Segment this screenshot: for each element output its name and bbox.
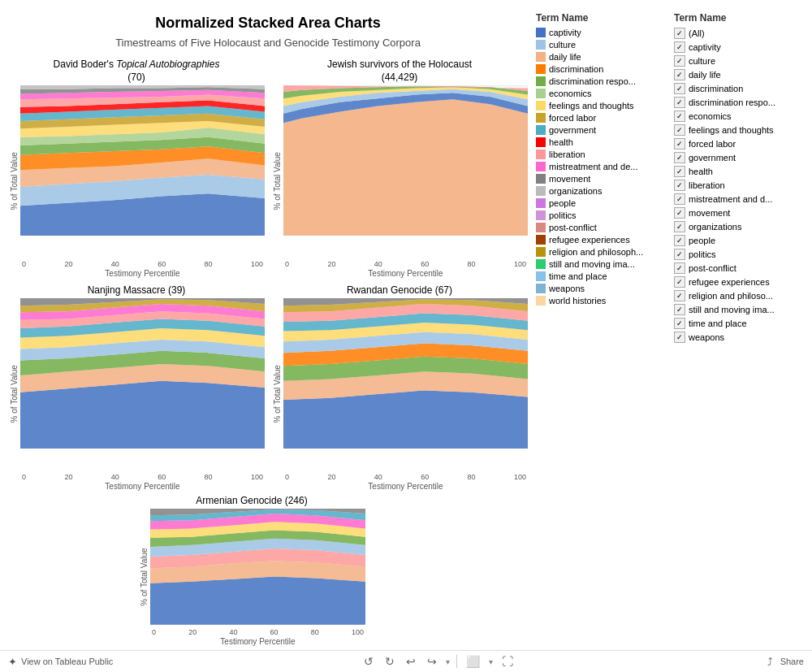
legend-item-politics[interactable]: politics: [536, 210, 670, 220]
chart1-label: David Boder's Topical Autobiographies(70…: [8, 59, 265, 84]
chart4-y-label: % of Total Value: [271, 298, 283, 490]
legend-check-mistreatment[interactable]: ✓ mistreatment and d...: [674, 193, 808, 205]
chart4-x-label: Testimony Percentile: [283, 482, 528, 491]
forward-button[interactable]: ↪: [425, 654, 439, 669]
legend-item-discrimination-respo[interactable]: discrimination respo...: [536, 76, 670, 86]
tableau-icon: ✦: [8, 656, 17, 668]
legend-item-forced-labor[interactable]: forced labor: [536, 113, 670, 123]
legend-check-people[interactable]: ✓ people: [674, 235, 808, 246]
chart-rwandan: Rwandan Genocide (67) % of Total Value: [271, 284, 528, 491]
tableau-label[interactable]: View on Tableau Public: [21, 657, 113, 666]
legend-item-still-moving[interactable]: still and moving ima...: [536, 259, 670, 269]
legend-item-culture[interactable]: culture: [536, 40, 670, 50]
chart5-y-label: % of Total Value: [138, 509, 150, 646]
legend-check-discrimination[interactable]: ✓ discrimination: [674, 83, 808, 94]
legend-check-health[interactable]: ✓ health: [674, 166, 808, 177]
chart2-label: Jewish survivors of the Holocaust(44,429…: [271, 59, 528, 84]
chart-david-boder: David Boder's Topical Autobiographies(70…: [8, 59, 265, 278]
legend-item-world-histories[interactable]: world histories: [536, 296, 670, 306]
legend-item-people[interactable]: people: [536, 198, 670, 208]
forward-dropdown[interactable]: ▾: [446, 657, 450, 666]
legend-item-daily-life[interactable]: daily life: [536, 52, 670, 62]
legend-check-refugee[interactable]: ✓ refugee experiences: [674, 276, 808, 288]
svg-marker-21: [283, 100, 528, 236]
present-dropdown[interactable]: ▾: [489, 657, 493, 666]
legend-item-government[interactable]: government: [536, 125, 670, 135]
legend-left: Term Name captivity culture daily life d…: [536, 12, 670, 646]
legend-item-mistreatment[interactable]: mistreatment and de...: [536, 162, 670, 171]
share-area: ⤴ Share: [765, 655, 804, 669]
legend-check-captivity[interactable]: ✓ captivity: [674, 41, 808, 53]
legend-check-time-place[interactable]: ✓ time and place: [674, 318, 808, 329]
legend-item-health[interactable]: health: [536, 137, 670, 147]
legend-item-refugee[interactable]: refugee experiences: [536, 235, 670, 245]
legend-item-religion[interactable]: religion and philosoph...: [536, 247, 670, 257]
chart1-x-label: Testimony Percentile: [20, 269, 265, 278]
legend-item-organizations[interactable]: organizations: [536, 186, 670, 196]
legend-check-movement[interactable]: ✓ movement: [674, 207, 808, 219]
toolbar-center: ↺ ↻ ↩ ↪ ▾ ⬜ ▾ ⛶: [361, 654, 516, 669]
chart4-x-ticks: 020406080100: [283, 473, 528, 481]
chart2-svg: [283, 85, 528, 236]
chart3-label: Nanjing Massacre (39): [8, 284, 265, 297]
chart1-y-label: % of Total Value: [8, 85, 20, 277]
chart3-x-ticks: 020406080100: [20, 473, 265, 481]
page-title: Normalized Stacked Area Charts: [8, 15, 528, 32]
back-button[interactable]: ↩: [404, 654, 418, 669]
fullscreen-button[interactable]: ⛶: [499, 654, 516, 669]
legend-item-liberation[interactable]: liberation: [536, 150, 670, 159]
legend-check-feelings[interactable]: ✓ feelings and thoughts: [674, 124, 808, 136]
tableau-link[interactable]: ✦ View on Tableau Public: [8, 656, 113, 668]
legend-panel: Term Name captivity culture daily life d…: [532, 0, 812, 650]
page-subtitle: Timestreams of Five Holocaust and Genoci…: [8, 37, 528, 49]
legend-item-post-conflict[interactable]: post-conflict: [536, 223, 670, 232]
chart2-y-label: % of Total Value: [271, 85, 283, 277]
svg-marker-53: [150, 577, 365, 625]
legend-check-government[interactable]: ✓ government: [674, 152, 808, 163]
chart4-svg: [283, 298, 528, 449]
chart3-svg: [20, 298, 265, 449]
legend-check-politics[interactable]: ✓ politics: [674, 249, 808, 260]
chart5-svg: [150, 509, 365, 625]
legend-check-religion[interactable]: ✓ religion and philoso...: [674, 290, 808, 301]
legend-check-all[interactable]: ✓ (All): [674, 28, 808, 39]
legend-item-economics[interactable]: economics: [536, 89, 670, 98]
legend-right-title: Term Name: [674, 12, 808, 24]
share-icon: ⤴: [765, 655, 775, 669]
chart5-label: Armenian Genocide (246): [138, 495, 365, 508]
chart5-x-label: Testimony Percentile: [150, 637, 365, 646]
redo-button[interactable]: ↻: [382, 654, 397, 669]
legend-check-discrimination-respo[interactable]: ✓ discrimination respo...: [674, 97, 808, 108]
legend-item-captivity[interactable]: captivity: [536, 28, 670, 37]
legend-check-culture[interactable]: ✓ culture: [674, 55, 808, 67]
legend-item-discrimination[interactable]: discrimination: [536, 64, 670, 74]
legend-item-time-place[interactable]: time and place: [536, 271, 670, 281]
legend-check-daily-life[interactable]: ✓ daily life: [674, 69, 808, 80]
chart3-x-label: Testimony Percentile: [20, 482, 265, 491]
chart5-x-ticks: 020406080100: [150, 628, 365, 636]
chart-armenian: Armenian Genocide (246) % of Total Value: [138, 495, 365, 646]
chart2-x-label: Testimony Percentile: [283, 269, 528, 278]
legend-right: Term Name ✓ (All) ✓ captivity ✓ culture …: [670, 12, 808, 646]
legend-item-feelings[interactable]: feelings and thoughts: [536, 101, 670, 111]
legend-check-liberation[interactable]: ✓ liberation: [674, 180, 808, 191]
chart-nanjing: Nanjing Massacre (39) % of Total Value: [8, 284, 265, 491]
share-button[interactable]: Share: [780, 657, 804, 666]
legend-check-forced-labor[interactable]: ✓ forced labor: [674, 138, 808, 150]
chart1-svg: 100% 50% 0%: [20, 85, 265, 236]
legend-check-post-conflict[interactable]: ✓ post-conflict: [674, 262, 808, 274]
legend-item-weapons[interactable]: weapons: [536, 284, 670, 293]
chart3-y-label: % of Total Value: [8, 298, 20, 490]
chart-jewish-survivors: Jewish survivors of the Holocaust(44,429…: [271, 59, 528, 278]
legend-check-organizations[interactable]: ✓ organizations: [674, 221, 808, 232]
legend-check-weapons[interactable]: ✓ weapons: [674, 332, 808, 343]
legend-check-economics[interactable]: ✓ economics: [674, 111, 808, 122]
toolbar-divider: [456, 655, 457, 668]
chart4-label: Rwandan Genocide (67): [271, 284, 528, 297]
present-button[interactable]: ⬜: [464, 654, 482, 669]
legend-check-still-moving[interactable]: ✓ still and moving ima...: [674, 304, 808, 315]
legend-left-title: Term Name: [536, 12, 670, 24]
legend-item-movement[interactable]: movement: [536, 174, 670, 184]
undo-button[interactable]: ↺: [361, 654, 376, 669]
bottom-toolbar: ✦ View on Tableau Public ↺ ↻ ↩ ↪ ▾ ⬜ ▾ ⛶…: [0, 650, 812, 672]
